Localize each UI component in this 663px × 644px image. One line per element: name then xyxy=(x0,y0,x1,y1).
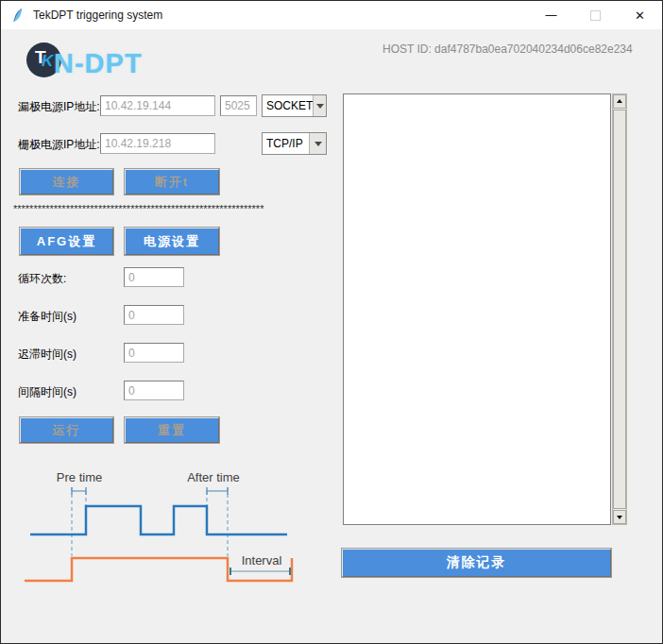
logo-text: N-DPT xyxy=(54,48,143,79)
scroll-up-button[interactable] xyxy=(613,94,626,109)
arrow-down-icon xyxy=(617,516,622,522)
afg-settings-button[interactable]: AFG设置 xyxy=(20,228,113,255)
app-window: TekDPT triggering system — ✕ T K N-DPT H… xyxy=(0,0,663,644)
disconnect-button[interactable]: 断开t xyxy=(125,169,219,195)
gate-protocol-value: TCP/IP xyxy=(263,137,303,150)
after-time-label: After time xyxy=(187,470,240,484)
drain-port-input[interactable] xyxy=(220,95,257,116)
power-settings-button[interactable]: 电源设置 xyxy=(125,228,219,255)
interval-time-label: 间隔时间(s) xyxy=(18,384,76,400)
close-button[interactable]: ✕ xyxy=(618,1,662,29)
clear-log-button[interactable]: 清除记录 xyxy=(342,549,611,577)
pre-time-bracket xyxy=(72,487,86,495)
logo-letter-k: K xyxy=(42,52,53,71)
host-id-text: HOST ID: daf4787ba0ea702040234d06ce82e23… xyxy=(382,42,633,56)
gate-protocol-select[interactable]: TCP/IP xyxy=(262,132,327,155)
window-title: TekDPT triggering system xyxy=(33,8,162,22)
title-bar: TekDPT triggering system — ✕ xyxy=(1,1,662,29)
arrow-up-icon xyxy=(617,96,622,103)
delay-time-input[interactable] xyxy=(124,343,184,363)
caption-buttons: — ✕ xyxy=(529,1,662,29)
gate-pulse-waveform xyxy=(30,506,287,534)
run-button[interactable]: 运行 xyxy=(20,417,113,443)
asterisk-separator: ****************************************… xyxy=(13,203,327,214)
drain-protocol-value: SOCKET xyxy=(263,99,313,112)
drain-protocol-select[interactable]: SOCKET xyxy=(262,94,327,117)
maximize-icon xyxy=(590,10,601,21)
connect-button[interactable]: 连接 xyxy=(20,169,113,195)
cycle-count-input[interactable] xyxy=(124,267,184,287)
minimize-button[interactable]: — xyxy=(529,1,573,29)
timing-diagram: Pre time After time Interval xyxy=(15,466,317,600)
drain-ip-input[interactable] xyxy=(100,95,215,116)
scrollbar-thumb[interactable] xyxy=(613,110,626,509)
reset-button[interactable]: 重置 xyxy=(125,417,219,443)
chevron-down-icon[interactable] xyxy=(313,95,326,116)
scroll-down-button[interactable] xyxy=(613,510,626,524)
cycle-count-label: 循环次数: xyxy=(18,271,66,287)
after-time-bracket xyxy=(207,487,228,495)
gate-ip-input[interactable] xyxy=(100,133,215,154)
maximize-button[interactable] xyxy=(573,1,618,29)
interval-label: Interval xyxy=(242,553,282,568)
log-textarea[interactable] xyxy=(343,93,611,525)
drain-ip-label: 漏极电源IP地址: xyxy=(18,99,100,115)
prepare-time-input[interactable] xyxy=(124,305,184,325)
feather-icon xyxy=(10,8,26,23)
interval-time-input[interactable] xyxy=(124,381,184,400)
gate-ip-label: 栅极电源IP地址: xyxy=(18,137,100,153)
close-icon: ✕ xyxy=(635,8,645,23)
pre-time-label: Pre time xyxy=(57,470,102,484)
chevron-down-icon[interactable] xyxy=(309,133,326,154)
minimize-icon: — xyxy=(546,8,557,22)
prepare-time-label: 准备时间(s) xyxy=(18,309,76,325)
log-scrollbar[interactable] xyxy=(612,93,627,525)
delay-time-label: 迟滞时间(s) xyxy=(18,347,76,363)
